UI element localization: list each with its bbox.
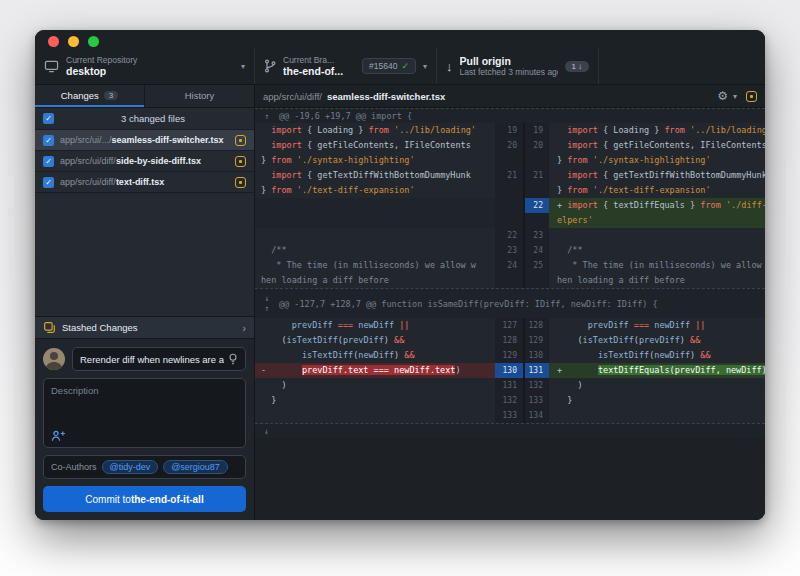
pull-origin-button[interactable]: ↓ Pull origin Last fetched 3 minutes ago…: [437, 48, 599, 84]
tab-changes[interactable]: Changes 3: [35, 85, 144, 107]
line-number-old[interactable]: [495, 213, 523, 228]
line-number-new[interactable]: 132: [523, 378, 549, 393]
line-number-old[interactable]: 22: [495, 228, 523, 243]
line-number-old[interactable]: 130: [495, 363, 523, 378]
line-number-old[interactable]: [495, 153, 523, 168]
diff-code-right[interactable]: elpers': [549, 213, 765, 228]
line-number-new[interactable]: [523, 273, 549, 288]
gear-icon[interactable]: ⚙: [717, 90, 728, 102]
diff-code-right[interactable]: ): [549, 378, 765, 393]
diff-code-left[interactable]: prevDiff === newDiff ||: [255, 318, 495, 333]
line-number-old[interactable]: 20: [495, 138, 523, 153]
diff-code-left[interactable]: [255, 228, 495, 243]
diff-code-right[interactable]: + import { textDiffEquals } from './diff…: [549, 198, 765, 213]
file-row[interactable]: ✓app/src/ui/diff/side-by-side-diff.tsx: [35, 151, 254, 172]
line-number-old[interactable]: 19: [495, 123, 523, 138]
line-number-old[interactable]: 127: [495, 318, 523, 333]
diff-code-right[interactable]: import { getFileContents, IFileContents: [549, 138, 765, 153]
line-number-new[interactable]: 131: [523, 363, 549, 378]
file-row[interactable]: ✓app/src/ui/.../seamless-diff-switcher.t…: [35, 130, 254, 151]
line-number-old[interactable]: [495, 198, 523, 213]
line-number-new[interactable]: [523, 183, 549, 198]
diff-code-left[interactable]: * The time (in milliseconds) we allow w: [255, 258, 495, 273]
line-number-old[interactable]: 133: [495, 408, 523, 423]
expand-up-icon[interactable]: ↑: [265, 112, 270, 121]
description-input[interactable]: Description: [43, 378, 246, 448]
diff-code-left[interactable]: import { getTextDiffWithBottomDummyHunk: [255, 168, 495, 183]
minimize-button[interactable]: [68, 36, 79, 47]
select-all-checkbox[interactable]: ✓: [43, 113, 54, 124]
line-number-new[interactable]: 22: [523, 198, 549, 213]
diff-code-left[interactable]: (isTextDiff(prevDiff) &&: [255, 333, 495, 348]
diff-code-left[interactable]: }: [255, 393, 495, 408]
pr-status-badge[interactable]: #15640 ✓: [362, 58, 416, 74]
diff-code-left[interactable]: } from './syntax-highlighting': [255, 153, 495, 168]
line-number-old[interactable]: 21: [495, 168, 523, 183]
file-checkbox[interactable]: ✓: [43, 135, 54, 146]
line-number-new[interactable]: 25: [523, 258, 549, 273]
coauthor-pill[interactable]: @tidy-dev: [102, 460, 159, 474]
diff-code-left[interactable]: [255, 198, 495, 213]
expand-up-icon[interactable]: ↑: [265, 304, 270, 313]
line-number-new[interactable]: [523, 153, 549, 168]
expand-down-icon[interactable]: ↓: [265, 294, 270, 303]
diff-code-right[interactable]: import { getTextDiffWithBottomDummyHunk: [549, 168, 765, 183]
tab-history[interactable]: History: [144, 85, 254, 107]
line-number-old[interactable]: 129: [495, 348, 523, 363]
line-number-old[interactable]: 132: [495, 393, 523, 408]
diff-code-right[interactable]: isTextDiff(newDiff) &&: [549, 348, 765, 363]
chevron-down-icon[interactable]: ▾: [733, 92, 737, 101]
current-branch-button[interactable]: Current Bra... the-end-of... #15640 ✓ ▾: [255, 48, 437, 84]
diff-code-left[interactable]: import { getFileContents, IFileContents: [255, 138, 495, 153]
diff-code-right[interactable]: /**: [549, 243, 765, 258]
diff-code-left[interactable]: /**: [255, 243, 495, 258]
diff-code-left[interactable]: [255, 408, 495, 423]
stashed-changes-row[interactable]: Stashed Changes ›: [35, 316, 254, 339]
diff-code-left[interactable]: isTextDiff(newDiff) &&: [255, 348, 495, 363]
diff-code-left[interactable]: hen loading a diff before: [255, 273, 495, 288]
diff-code-right[interactable]: [549, 228, 765, 243]
line-number-old[interactable]: 131: [495, 378, 523, 393]
diff-code-right[interactable]: } from './syntax-highlighting': [549, 153, 765, 168]
diff-code-right[interactable]: hen loading a diff before: [549, 273, 765, 288]
line-number-new[interactable]: 130: [523, 348, 549, 363]
coauthors-row[interactable]: Co-Authors @tidy-dev@sergiou87: [43, 455, 246, 479]
diff-code-right[interactable]: } from './text-diff-expansion': [549, 183, 765, 198]
diff-code-right[interactable]: }: [549, 393, 765, 408]
expand-down-icon[interactable]: ↓: [264, 427, 269, 436]
coauthor-pill[interactable]: @sergiou87: [163, 460, 228, 474]
diff-code-right[interactable]: import { Loading } from '../lib/loading': [549, 123, 765, 138]
line-number-new[interactable]: 128: [523, 318, 549, 333]
line-number-old[interactable]: 24: [495, 258, 523, 273]
diff-code-left[interactable]: ): [255, 378, 495, 393]
line-number-new[interactable]: 21: [523, 168, 549, 183]
line-number-new[interactable]: 24: [523, 243, 549, 258]
line-number-new[interactable]: 134: [523, 408, 549, 423]
add-coauthor-icon[interactable]: [51, 430, 66, 442]
line-number-old[interactable]: [495, 183, 523, 198]
diff-code-left[interactable]: - prevDiff.text === newDiff.text): [255, 363, 495, 378]
file-checkbox[interactable]: ✓: [43, 156, 54, 167]
file-checkbox[interactable]: ✓: [43, 177, 54, 188]
diff-code-right[interactable]: prevDiff === newDiff ||: [549, 318, 765, 333]
line-number-new[interactable]: 23: [523, 228, 549, 243]
summary-input[interactable]: Rerender diff when newlines are adde: [72, 347, 246, 371]
diff-code-left[interactable]: } from './text-diff-expansion': [255, 183, 495, 198]
file-row[interactable]: ✓app/src/ui/diff/text-diff.tsx: [35, 172, 254, 193]
current-repository-button[interactable]: Current Repository desktop ▾: [35, 48, 255, 84]
line-number-old[interactable]: 23: [495, 243, 523, 258]
diff-code-left[interactable]: import { Loading } from '../lib/loading': [255, 123, 495, 138]
close-button[interactable]: [48, 36, 59, 47]
diff-code-right[interactable]: * The time (in milliseconds) we allow w: [549, 258, 765, 273]
diff-code-right[interactable]: + textDiffEquals(prevDiff, newDiff)): [549, 363, 765, 378]
line-number-new[interactable]: 19: [523, 123, 549, 138]
line-number-new[interactable]: [523, 213, 549, 228]
diff-code-right[interactable]: [549, 408, 765, 423]
line-number-old[interactable]: [495, 273, 523, 288]
zoom-button[interactable]: [88, 36, 99, 47]
diff-code-left[interactable]: [255, 213, 495, 228]
lightbulb-icon[interactable]: [228, 353, 238, 365]
commit-button[interactable]: Commit to the-end-of-it-all: [43, 486, 246, 512]
line-number-new[interactable]: 133: [523, 393, 549, 408]
diff-code-right[interactable]: (isTextDiff(prevDiff) &&: [549, 333, 765, 348]
